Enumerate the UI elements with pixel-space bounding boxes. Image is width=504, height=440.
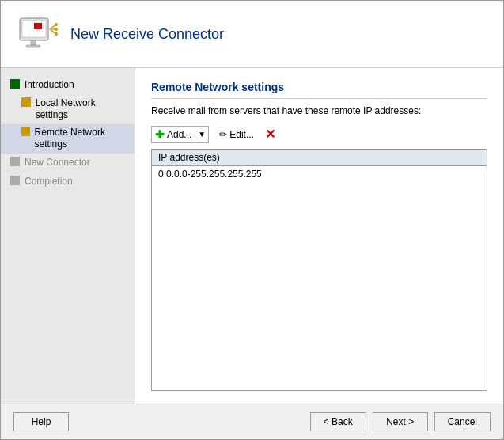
table-row[interactable]: 0.0.0.0-255.255.255.255	[152, 166, 487, 182]
delete-icon: ✕	[265, 127, 275, 142]
add-button-label: Add...	[167, 129, 191, 140]
help-button[interactable]: Help	[13, 412, 69, 431]
footer-right: < Back Next > Cancel	[310, 412, 491, 431]
main-content: Remote Network settings Receive mail fro…	[135, 68, 503, 404]
sidebar-item-local-network[interactable]: Local Network settings	[1, 95, 135, 124]
sidebar-item-completion-label: Completion	[25, 176, 73, 188]
next-button[interactable]: Next >	[373, 412, 428, 431]
dialog-footer: Help < Back Next > Cancel	[1, 404, 503, 439]
new-connector-icon	[10, 157, 20, 166]
chevron-down-icon: ▼	[198, 130, 206, 138]
sidebar-item-completion[interactable]: Completion	[1, 173, 135, 192]
footer-left: Help	[13, 412, 69, 431]
introduction-icon	[10, 79, 20, 89]
add-dropdown-arrow[interactable]: ▼	[195, 127, 208, 142]
add-button-group: ✚ Add... ▼	[151, 126, 209, 143]
ip-address-table: IP address(es) 0.0.0.0-255.255.255.255	[151, 149, 487, 391]
sidebar: Introduction Local Network settings Remo…	[1, 68, 135, 404]
sidebar-item-new-connector-label: New Connector	[25, 157, 90, 169]
svg-point-9	[55, 28, 58, 31]
add-plus-icon: ✚	[155, 128, 165, 141]
local-network-icon	[21, 97, 31, 107]
edit-button-label: Edit...	[229, 129, 254, 140]
dialog-header-icon	[17, 13, 58, 55]
svg-point-10	[55, 32, 58, 36]
sidebar-item-remote-network[interactable]: Remote Network settings	[1, 124, 135, 154]
dialog-title: New Receive Connector	[70, 26, 224, 43]
remote-network-icon	[21, 127, 30, 136]
sidebar-item-new-connector[interactable]: New Connector	[1, 154, 135, 173]
add-button[interactable]: ✚ Add...	[152, 127, 195, 142]
svg-rect-2	[34, 23, 42, 29]
dialog-body: Introduction Local Network settings Remo…	[1, 68, 503, 404]
sidebar-item-introduction[interactable]: Introduction	[1, 76, 135, 95]
sidebar-item-remote-network-label: Remote Network settings	[35, 127, 128, 151]
dialog-header: New Receive Connector	[1, 1, 503, 68]
cancel-button[interactable]: Cancel	[434, 412, 491, 431]
toolbar: ✚ Add... ▼ ✏ Edit... ✕	[151, 124, 487, 144]
new-receive-connector-dialog: New Receive Connector Introduction Local…	[0, 0, 504, 440]
svg-point-8	[55, 23, 58, 26]
svg-rect-3	[31, 40, 36, 45]
sidebar-item-introduction-label: Introduction	[25, 79, 74, 92]
section-title: Remote Network settings	[151, 81, 487, 99]
back-button[interactable]: < Back	[310, 412, 366, 431]
pencil-icon: ✏	[219, 129, 227, 140]
svg-rect-4	[26, 45, 40, 47]
edit-button[interactable]: ✏ Edit...	[214, 127, 260, 142]
delete-button[interactable]: ✕	[261, 124, 279, 144]
ip-table-column-header: IP address(es)	[152, 150, 487, 166]
section-description: Receive mail from servers that have thes…	[151, 105, 487, 116]
completion-icon	[10, 176, 20, 185]
sidebar-item-local-network-label: Local Network settings	[36, 97, 128, 122]
